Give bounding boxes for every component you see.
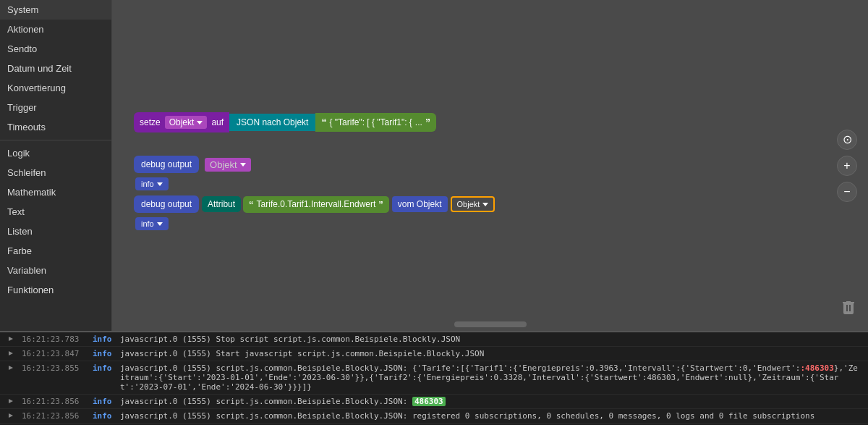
attr-quote-close: ” (378, 199, 383, 210)
info-label-1: info (141, 180, 154, 188)
sidebar-item-listen[interactable]: Listen (0, 222, 111, 241)
info2-row: info (134, 217, 495, 230)
objekt-dropdown[interactable]: Objekt (165, 116, 208, 129)
sidebar-item-system[interactable]: System (0, 0, 111, 20)
sidebar-divider (0, 140, 111, 140)
attribut-block: Attribut (202, 196, 241, 212)
objekt-red-block[interactable]: Objekt (451, 196, 495, 212)
sidebar-item-konvertierung[interactable]: Konvertierung (0, 78, 111, 98)
info-block-2[interactable]: info (135, 217, 169, 230)
console-time-1: 16:21:23.783 (22, 334, 87, 344)
center-icon: ⊙ (843, 132, 852, 146)
console-time-5: 16:21:23.856 (22, 411, 87, 421)
console-level-1: info (93, 334, 114, 344)
attr-string-block: “ Tarife.0.Tarif1.Intervall.Endwert ” (243, 196, 389, 213)
objekt-var-label-1: Objekt (210, 159, 237, 170)
dropdown-arrow-icon (197, 121, 203, 125)
setze-block: setze Objekt auf (134, 112, 229, 132)
json-label: JSON nach Objekt (237, 117, 308, 127)
debug1-row: debug output Objekt (134, 156, 251, 173)
console-row-4: 16:21:23.856 info javascript.0 (1555) sc… (0, 395, 868, 409)
console-scroll-icon-5 (6, 412, 16, 419)
console-expand-icon-3[interactable] (6, 364, 16, 371)
debug-output-block-1: debug output (134, 156, 199, 173)
objekt-var-block-1[interactable]: Objekt (205, 158, 251, 172)
block-group-debug2: debug output Attribut “ Tarife.0.Tarif1.… (134, 195, 495, 230)
sidebar-item-schleifen[interactable]: Schleifen (0, 163, 111, 182)
attr-value: Tarife.0.Tarif1.Intervall.Endwert (257, 199, 376, 209)
info-label-2: info (141, 219, 154, 228)
objekt-red-label: Objekt (457, 200, 480, 209)
svg-marker-3 (9, 399, 13, 403)
sidebar-item-farbe[interactable]: Farbe (0, 241, 111, 261)
vom-objekt-block: vom Objekt (392, 196, 448, 212)
trash-icon (840, 299, 857, 316)
vom-label: vom Objekt (398, 199, 442, 209)
trash-button[interactable] (840, 299, 857, 320)
sidebar-item-timeouts[interactable]: Timeouts (0, 117, 111, 137)
canvas-controls: ⊙ + − (837, 130, 857, 202)
svg-marker-0 (9, 337, 13, 341)
console-level-4: info (93, 397, 114, 406)
console-level-3: info (93, 363, 114, 373)
sidebar-item-funktionen[interactable]: Funktionen (0, 280, 111, 300)
zoom-center-button[interactable]: ⊙ (837, 130, 857, 150)
attribut-label: Attribut (208, 199, 235, 209)
info1-row: info (134, 177, 169, 190)
console-msg-5: javascript.0 (1555) script.js.common.Bei… (120, 411, 862, 421)
svg-marker-4 (9, 413, 13, 418)
canvas-scrollbar[interactable] (454, 321, 527, 327)
sidebar-item-sendto[interactable]: Sendto (0, 39, 111, 59)
block-group-debug1: debug output Objekt (134, 156, 251, 173)
block-group-set: setze Objekt auf JSON nach Objekt “ { "T… (134, 112, 436, 132)
string-block: “ { "Tarife": [ { "Tarif1": { ... ” (315, 113, 435, 132)
sidebar-item-datum-und-zeit[interactable]: Datum und Zeit (0, 59, 111, 78)
info-dropdown-arrow-1 (157, 182, 163, 186)
zoom-in-icon: + (843, 159, 850, 172)
sidebar-item-aktionen[interactable]: Aktionen (0, 20, 111, 39)
console-time-3: 16:21:23.855 (22, 363, 87, 373)
sidebar-item-trigger[interactable]: Trigger (0, 98, 111, 117)
console-row-5: 16:21:23.856 info javascript.0 (1555) sc… (0, 409, 868, 424)
svg-marker-1 (9, 351, 13, 355)
auf-label: auf (211, 117, 224, 127)
debug-output-block-2: debug output (134, 195, 199, 213)
setze-label: setze (140, 117, 161, 127)
console-msg-3-before: javascript.0 (1555) script.js.common.Bei… (120, 363, 800, 373)
console-level-5: info (93, 411, 114, 421)
console-time-4: 16:21:23.856 (22, 397, 87, 406)
console-msg-3: javascript.0 (1555) script.js.common.Bei… (120, 363, 862, 392)
console-msg-4-before: javascript.0 (1555) script.js.common.Bei… (120, 397, 412, 406)
ellipsis: ... (415, 117, 422, 127)
debug-output-label-1: debug output (141, 159, 192, 169)
zoom-out-icon: − (843, 185, 850, 198)
console-scroll-icon-2 (6, 350, 16, 357)
debug-output-label-2: debug output (141, 199, 192, 209)
sidebar-item-logik[interactable]: Logik (0, 143, 111, 163)
svg-marker-2 (9, 366, 13, 370)
zoom-out-button[interactable]: − (837, 182, 857, 202)
console-level-2: info (93, 349, 114, 358)
console-scroll-icon-1 (6, 335, 16, 342)
console-msg-1: javascript.0 (1555) Stop script script.j… (120, 334, 862, 344)
sidebar-item-variablen[interactable]: Variablen (0, 261, 111, 280)
block-group-info1: info (134, 177, 169, 190)
sidebar-item-text[interactable]: Text (0, 202, 111, 222)
json-nach-objekt-block: JSON nach Objekt (229, 114, 315, 131)
quote-close-icon: ” (425, 117, 430, 128)
sidebar-item-mathematik[interactable]: Mathematik (0, 182, 111, 202)
json-preview: { "Tarife": [ { "Tarif1": { (329, 117, 412, 127)
console-msg-2: javascript.0 (1555) Start javascript scr… (120, 349, 862, 358)
objekt-label: Objekt (169, 117, 195, 127)
console-row-1: 16:21:23.783 info javascript.0 (1555) St… (0, 332, 868, 347)
sidebar: System Aktionen Sendto Datum und Zeit Ko… (0, 0, 112, 331)
console-msg-3-highlight: :486303 (800, 363, 833, 373)
debug2-row: debug output Attribut “ Tarife.0.Tarif1.… (134, 195, 495, 213)
console-msg-4-green: 486303 (412, 397, 446, 406)
console-row-3: 16:21:23.855 info javascript.0 (1555) sc… (0, 361, 868, 395)
info-dropdown-arrow-2 (157, 222, 163, 226)
zoom-in-button[interactable]: + (837, 156, 857, 176)
objekt-red-arrow (482, 203, 488, 206)
console-msg-4: javascript.0 (1555) script.js.common.Bei… (120, 397, 862, 406)
info-block-1[interactable]: info (135, 177, 169, 190)
